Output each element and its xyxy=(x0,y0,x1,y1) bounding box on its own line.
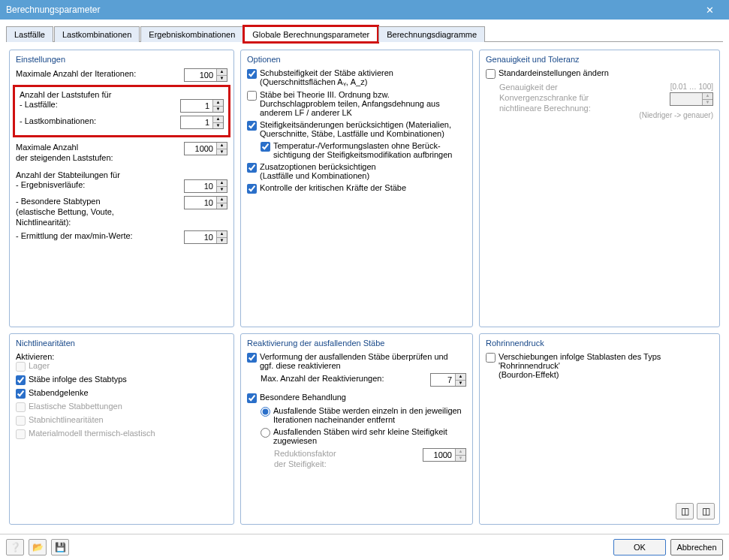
besondere-label: - Besondere Stabtypen (elastische Bettun… xyxy=(16,196,184,227)
group-title-einstellungen: Einstellungen xyxy=(16,55,227,64)
spin-down-icon[interactable]: ▼ xyxy=(456,381,465,387)
maxmin-input[interactable] xyxy=(185,231,216,243)
chk-elast xyxy=(16,402,26,412)
ergebnisverl-input[interactable] xyxy=(185,180,216,192)
chk-stabtyp[interactable] xyxy=(16,375,26,385)
chk-verform[interactable] xyxy=(247,353,257,363)
besondere-spinner[interactable]: ▲▼ xyxy=(184,196,227,209)
maxmin-label: - Ermittlung der max/min-Werte: xyxy=(16,230,184,241)
save-icon[interactable]: 💾 xyxy=(51,539,69,555)
max-iter-label: Maximale Anzahl der Iterationen: xyxy=(16,68,184,79)
chk-kontrolle[interactable] xyxy=(247,184,257,194)
spin-up-icon[interactable]: ▲ xyxy=(217,143,227,149)
max-steigend-input[interactable] xyxy=(185,143,216,155)
ergebnisverl-spinner[interactable]: ▲▼ xyxy=(184,179,227,193)
stabteil-header: Anzahl der Stabteilungen für xyxy=(16,170,227,179)
spin-up-icon[interactable]: ▲ xyxy=(456,374,465,381)
genau-label: Genauigkeit derKonvergenzschranke fürnic… xyxy=(499,82,639,113)
info-1-icon[interactable]: ◫ xyxy=(676,503,694,519)
lastkomb-spinner[interactable]: ▲▼ xyxy=(180,116,224,129)
group-title-nichtlin: Nichtlinearitäten xyxy=(16,339,227,348)
genau-range: [0.01 … 100] xyxy=(639,82,713,92)
info-2-icon[interactable]: ◫ xyxy=(697,503,715,519)
reduk-label: Reduktionsfaktorder Steifigkeit: xyxy=(274,448,423,469)
spin-down-icon[interactable]: ▼ xyxy=(456,456,465,462)
spin-down-icon[interactable]: ▼ xyxy=(217,203,227,209)
radio-einzeln[interactable] xyxy=(261,407,270,417)
spin-down-icon: ▼ xyxy=(703,100,712,106)
lastfaelle-spinner[interactable]: ▲▼ xyxy=(180,99,224,113)
group-rohrinnendruck: Rohrinnendruck Verschiebungen infolge St… xyxy=(479,333,720,525)
besondere-input[interactable] xyxy=(185,197,216,209)
genau-input xyxy=(670,93,702,105)
ok-button[interactable]: OK xyxy=(613,539,666,555)
group-title-rohr: Rohrinnendruck xyxy=(486,339,713,348)
lastkomb-input[interactable] xyxy=(181,116,212,128)
tab-berechnungsdiagramme[interactable]: Berechnungsdiagramme xyxy=(378,26,485,42)
spin-down-icon[interactable]: ▼ xyxy=(217,187,227,193)
chk-temp[interactable] xyxy=(261,142,270,152)
maxmin-spinner[interactable]: ▲▼ xyxy=(184,230,227,244)
group-reaktivierung: Reaktivierung der ausfallenden Stäbe Ver… xyxy=(240,333,473,525)
chk-zusatz[interactable] xyxy=(247,163,257,173)
folder-icon[interactable]: 📂 xyxy=(29,539,47,555)
group-title-optionen: Optionen xyxy=(247,55,466,64)
spin-up-icon[interactable]: ▲ xyxy=(217,180,227,187)
genau-hint: (Niedriger -> genauer) xyxy=(639,110,713,121)
max-reakt-input[interactable] xyxy=(431,374,455,386)
reduk-input[interactable] xyxy=(423,449,455,461)
genau-spinner: ▲▼ xyxy=(670,92,713,106)
chk-std[interactable] xyxy=(486,69,496,79)
laststufen-header: Anzahl der Laststufen für xyxy=(20,90,224,99)
spin-up-icon[interactable]: ▲ xyxy=(456,449,465,456)
tab-ergebniskombinationen[interactable]: Ergebniskombinationen xyxy=(140,26,243,42)
cancel-button[interactable]: Abbrechen xyxy=(670,539,723,555)
spin-down-icon[interactable]: ▼ xyxy=(217,76,227,82)
close-icon[interactable]: ✕ xyxy=(696,5,723,16)
ergebnisverl-label: - Ergebnisverläufe: xyxy=(16,179,184,190)
tab-bar: Lastfälle Lastkombinationen Ergebniskomb… xyxy=(6,26,723,42)
group-title-genau: Genauigkeit und Toleranz xyxy=(486,55,713,64)
chk-steif[interactable] xyxy=(247,121,257,131)
spin-up-icon[interactable]: ▲ xyxy=(217,197,227,203)
spin-down-icon[interactable]: ▼ xyxy=(213,107,223,113)
max-iter-spinner[interactable]: ▲▼ xyxy=(184,68,227,82)
lastkomb-label: - Lastkombinationen: xyxy=(20,116,180,126)
spin-up-icon[interactable]: ▲ xyxy=(213,100,223,107)
radio-kleine-steif[interactable] xyxy=(261,428,270,438)
max-reakt-label: Max. Anzahl der Reaktivierungen: xyxy=(261,373,430,384)
spin-down-icon[interactable]: ▼ xyxy=(217,149,227,155)
tab-lastfaelle[interactable]: Lastfälle xyxy=(6,26,53,42)
lastfaelle-label: - Lastfälle: xyxy=(20,99,180,110)
lastfaelle-input[interactable] xyxy=(181,100,212,112)
group-nichtlinearitaeten: Nichtlinearitäten Aktivieren: Lager Stäb… xyxy=(9,333,234,525)
spin-down-icon[interactable]: ▼ xyxy=(213,123,223,129)
tab-globale-berechnungsparameter[interactable]: Globale Berechnungsparameter xyxy=(244,26,378,42)
max-iter-input[interactable] xyxy=(185,69,216,81)
max-reakt-spinner[interactable]: ▲▼ xyxy=(430,373,466,387)
group-genauigkeit: Genauigkeit und Toleranz Standardeinstel… xyxy=(479,50,720,327)
max-steigend-label: Maximale Anzahl der steigenden Laststufe… xyxy=(16,142,184,163)
spin-up-icon[interactable]: ▲ xyxy=(217,69,227,76)
chk-theorie[interactable] xyxy=(247,91,257,101)
chk-lager xyxy=(16,362,26,372)
group-title-reakt: Reaktivierung der ausfallenden Stäbe xyxy=(247,339,466,348)
spin-up-icon: ▲ xyxy=(703,93,712,100)
max-steigend-spinner[interactable]: ▲▼ xyxy=(184,142,227,155)
chk-rohr[interactable] xyxy=(486,353,496,363)
spin-up-icon[interactable]: ▲ xyxy=(213,116,223,123)
group-optionen: Optionen Schubsteifigkeit der Stäbe akti… xyxy=(240,50,473,327)
highlight-laststufen: Anzahl der Laststufen für - Lastfälle: ▲… xyxy=(13,85,230,137)
spin-up-icon[interactable]: ▲ xyxy=(217,231,227,238)
aktivieren-label: Aktivieren: xyxy=(16,352,227,361)
chk-stabnl xyxy=(16,416,26,426)
window-title: Berechnungsparameter xyxy=(6,5,696,15)
chk-besondere-behandlung[interactable] xyxy=(247,393,257,403)
chk-schub[interactable] xyxy=(247,69,257,79)
reduk-spinner[interactable]: ▲▼ xyxy=(423,448,466,462)
chk-stabend[interactable] xyxy=(16,389,26,399)
help-icon[interactable]: ❔ xyxy=(6,539,24,555)
chk-material xyxy=(16,429,26,439)
spin-down-icon[interactable]: ▼ xyxy=(217,238,227,244)
tab-lastkombinationen[interactable]: Lastkombinationen xyxy=(54,26,140,42)
